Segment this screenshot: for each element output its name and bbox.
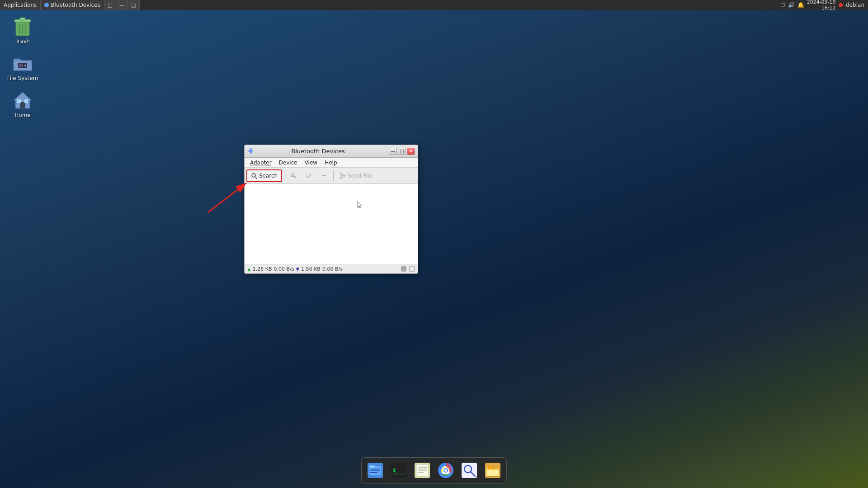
svg-rect-37 [369,465,375,468]
download-size: 1.50 KB [301,266,321,272]
trash-label: Trash [15,38,30,44]
dock-folders-icon [484,462,501,479]
search-button[interactable]: Search [246,169,282,182]
toolbar-sep-2 [333,170,334,181]
statusbar-icon-1 [401,266,407,272]
menu-view[interactable]: View [301,159,321,167]
dock-notes-button[interactable] [411,460,433,481]
debian-icon: ⬣ [839,2,843,8]
toolbar-sep-1 [284,170,284,181]
statusbar-icon-2 [409,266,415,272]
svg-rect-10 [19,64,23,67]
dock-terminal-icon: $_ [390,462,407,479]
volume-tray-icon[interactable]: 🔊 [788,2,795,8]
dock-search-button[interactable] [458,460,480,481]
bluetooth-content-area [245,184,418,264]
desktop: Applications Bluetooth Devices □ — □ ⬡ 🔊… [0,0,868,488]
bluetooth-menubar: Adapter Device View Help [245,158,418,168]
menu-adapter[interactable]: Adapter [246,159,275,167]
applications-menu-button[interactable]: Applications [0,0,41,10]
menu-help[interactable]: Help [321,159,340,167]
window-maximize-button[interactable]: □ [398,148,406,155]
svg-rect-33 [410,267,414,271]
window-controls: — □ ✕ [389,148,415,155]
svg-text:$_: $_ [393,467,399,473]
bluetooth-titlebar[interactable]: Bluetooth Devices — □ ✕ [245,145,418,158]
dock-search-icon [461,462,478,479]
bluetooth-dot-icon [44,3,49,7]
connect-button[interactable] [302,169,316,182]
dock-folders-button[interactable] [482,460,504,481]
bluetooth-statusbar: ▲ 1.25 KB 0.00 B/s ▼ 1.50 KB 0.00 B/s [245,264,418,273]
bluetooth-title-icon [247,148,255,155]
key-icon [290,173,297,179]
desktop-icons-area: Trash File System [5,14,41,120]
taskbar-left: Applications Bluetooth Devices [0,0,104,10]
upload-rate: 0.00 B/s [274,266,294,272]
dock-chromium-button[interactable] [435,460,457,481]
desktop-icon-trash[interactable]: Trash [5,14,41,46]
search-label: Search [259,173,278,179]
wm-btn-1[interactable]: □ [104,0,116,10]
svg-rect-45 [416,465,428,476]
menu-device[interactable]: Device [275,159,301,167]
taskbar-bluetooth-item[interactable]: Bluetooth Devices [41,0,104,10]
os-label: debian [846,2,864,8]
applications-label: Applications [4,2,37,8]
check-icon [306,173,312,179]
taskbar-right: ⬡ 🔊 🔔 2024-03-19 16:12 ⬣ debian [780,0,868,11]
window-close-button[interactable]: ✕ [407,148,415,155]
svg-rect-38 [370,469,380,469]
datetime-display: 2024-03-19 16:12 [807,0,836,11]
desktop-icon-filesystem[interactable]: File System [5,51,41,83]
svg-rect-31 [401,266,406,272]
bluetooth-tray-icon[interactable]: ⬡ [780,2,785,8]
wm-btn-3[interactable]: □ [128,0,140,10]
home-icon [12,89,33,111]
svg-rect-40 [370,472,377,473]
dock-terminal-button[interactable]: $_ [388,460,410,481]
svg-line-24 [255,177,257,178]
search-icon [251,173,257,179]
send-icon [340,173,346,179]
svg-line-27 [295,177,296,178]
dock-notes-icon [414,462,431,479]
svg-rect-4 [20,18,25,20]
home-label: Home [14,112,30,118]
svg-rect-14 [20,102,25,108]
time-display: 16:12 [807,5,836,11]
pair-button[interactable] [286,169,301,182]
dash-icon [321,173,327,179]
dock-files-icon [367,462,384,479]
svg-rect-39 [370,470,380,471]
disconnect-button[interactable] [317,169,331,182]
trash-icon [12,15,33,37]
send-file-label: Send File [348,173,372,179]
date-display: 2024-03-19 [807,0,836,5]
desktop-icon-home[interactable]: Home [5,88,41,120]
window-manager-buttons: □ — □ [104,0,140,10]
bluetooth-toolbar: Search [245,168,418,184]
bottom-dock: $_ [361,457,507,483]
download-arrow-icon: ▼ [296,267,299,272]
taskbar-app-label: Bluetooth Devices [51,2,100,8]
wm-btn-2[interactable]: — [116,0,128,10]
top-taskbar: Applications Bluetooth Devices □ — □ ⬡ 🔊… [0,0,868,10]
window-minimize-button[interactable]: — [389,148,397,155]
upload-arrow-icon: ▲ [247,267,251,272]
send-file-button[interactable]: Send File [335,169,376,182]
download-rate: 0.00 B/s [322,266,343,272]
svg-point-55 [444,469,447,472]
svg-line-22 [208,183,246,212]
bluetooth-title-text: Bluetooth Devices [257,148,379,155]
dock-chromium-icon [437,462,454,479]
filesystem-icon [12,52,33,74]
svg-point-11 [24,65,26,66]
notification-tray-icon[interactable]: 🔔 [797,2,804,8]
upload-size: 1.25 KB [253,266,272,272]
dock-files-button[interactable] [364,460,386,481]
filesystem-label: File System [7,75,38,81]
bluetooth-window: Bluetooth Devices — □ ✕ Adapter Device V… [244,145,418,274]
svg-rect-60 [486,470,499,476]
